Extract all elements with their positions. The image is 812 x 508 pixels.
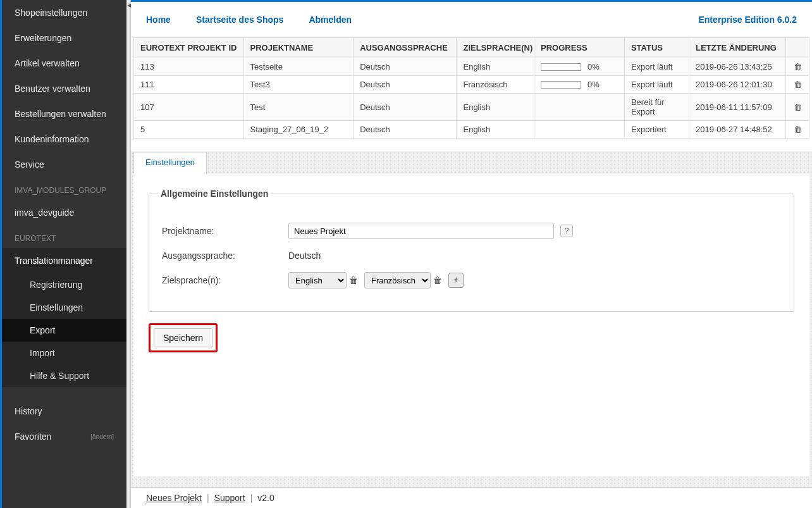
cell-progress: 0% <box>534 58 625 76</box>
th-name[interactable]: PROJEKTNAME <box>243 38 354 58</box>
select-zielsprache[interactable]: Französisch <box>364 272 431 288</box>
th-progress[interactable]: PROGRESS <box>534 38 625 58</box>
nav-kundeninformation[interactable]: Kundeninformation <box>2 127 126 152</box>
nav-tm-import[interactable]: Import <box>2 342 126 364</box>
table-row[interactable]: 113TestseiteDeutschEnglish0%Export läuft… <box>134 58 809 76</box>
edition-label: Enterprise Edition 6.0.2 <box>698 15 797 25</box>
table-row[interactable]: 107TestDeutschEnglishBereit für Export20… <box>134 94 809 121</box>
tab-einstellungen[interactable]: Einstellungen <box>133 152 207 173</box>
trash-icon[interactable]: 🗑 <box>794 62 802 71</box>
cell-status: Export läuft <box>624 58 689 76</box>
th-src[interactable]: AUSGANGSSPRACHE <box>354 38 457 58</box>
input-projektname[interactable] <box>288 223 554 239</box>
nav-bestellungen-verwalten[interactable]: Bestellungen verwalten <box>2 101 126 127</box>
cell-id: 113 <box>134 58 244 76</box>
cell-name: Test <box>243 94 354 121</box>
table-row[interactable]: 5Staging_27_06_19_2DeutschEnglishExporti… <box>134 121 809 139</box>
th-id[interactable]: EUROTEXT PROJEKT ID <box>134 38 244 58</box>
cell-status: Exportiert <box>624 121 689 139</box>
cell-changed: 2019-06-27 14:48:52 <box>689 121 786 139</box>
trash-icon[interactable]: 🗑 <box>794 102 802 112</box>
th-changed[interactable]: LETZTE ÄNDERUNG <box>689 38 786 58</box>
footer-support-link[interactable]: Support <box>214 493 245 503</box>
nav-shopeinstellungen[interactable]: Shopeinstellungen <box>2 0 126 25</box>
trash-icon[interactable]: 🗑 <box>794 80 802 89</box>
nav-favoriten[interactable]: Favoriten [ändern] <box>2 424 126 449</box>
nav-history[interactable]: History <box>2 399 126 424</box>
sidebar: Shopeinstellungen Erweiterungen Artikel … <box>0 0 126 508</box>
nav-translationmanager[interactable]: Translationmanager <box>2 248 126 273</box>
cell-status: Bereit für Export <box>624 94 689 121</box>
cell-status: Export läuft <box>624 76 689 94</box>
nav-tm-registrierung[interactable]: Registrierung <box>2 273 126 296</box>
cell-tgt: English <box>457 58 534 76</box>
projects-table: EUROTEXT PROJEKT ID PROJEKTNAME AUSGANGS… <box>133 37 809 139</box>
cell-name: Staging_27_06_19_2 <box>243 121 354 139</box>
cell-changed: 2019-06-26 12:01:30 <box>689 76 786 94</box>
add-language-button[interactable]: + <box>448 273 464 288</box>
link-abmelden[interactable]: Abmelden <box>309 15 352 25</box>
label-ausgangssprache: Ausgangssprache: <box>162 251 288 261</box>
nav-erweiterungen[interactable]: Erweiterungen <box>2 25 126 51</box>
cell-changed: 2019-06-11 11:57:09 <box>689 94 786 121</box>
link-startseite[interactable]: Startseite des Shops <box>196 15 284 25</box>
favoriten-edit[interactable]: [ändern] <box>90 433 114 440</box>
collapse-arrow-icon[interactable]: ◀ <box>126 3 131 9</box>
cell-progress <box>534 94 625 121</box>
topbar: Home Startseite des Shops Abmelden Enter… <box>131 2 812 37</box>
nav-benutzer-verwalten[interactable]: Benutzer verwalten <box>2 76 126 101</box>
cell-src: Deutsch <box>354 121 457 139</box>
trash-icon[interactable]: 🗑 <box>794 125 802 134</box>
nav-artikel-verwalten[interactable]: Artikel verwalten <box>2 51 126 76</box>
table-row[interactable]: 111Test3DeutschFranzösisch0%Export läuft… <box>134 76 809 94</box>
cell-src: Deutsch <box>354 58 457 76</box>
main-area: Home Startseite des Shops Abmelden Enter… <box>131 0 812 508</box>
label-zielsprachen: Zielsprache(n): <box>162 275 288 285</box>
select-zielsprache[interactable]: English <box>288 272 347 288</box>
cell-src: Deutsch <box>354 94 457 121</box>
progress-bar <box>541 63 581 71</box>
fieldset-general: Allgemeine Einstellungen Projektname: ? … <box>149 189 794 312</box>
splitter[interactable]: ◀ <box>126 0 131 508</box>
nav-service[interactable]: Service <box>2 152 126 177</box>
cell-tgt: Französisch <box>457 76 534 94</box>
progress-value: 0% <box>587 80 600 89</box>
legend-general: Allgemeine Einstellungen <box>158 189 271 199</box>
trash-icon[interactable]: 🗑 <box>349 275 358 285</box>
help-button[interactable]: ? <box>560 225 573 237</box>
nav-tm-hilfe[interactable]: Hilfe & Support <box>2 364 126 387</box>
cell-progress <box>534 121 625 139</box>
link-home[interactable]: Home <box>146 15 171 25</box>
cell-tgt: English <box>457 94 534 121</box>
value-ausgangssprache: Deutsch <box>288 251 321 261</box>
cell-tgt: English <box>457 121 534 139</box>
save-highlight: Speichern <box>149 323 218 352</box>
cell-delete[interactable]: 🗑 <box>786 58 809 76</box>
footer-version: v2.0 <box>257 493 274 503</box>
th-status[interactable]: STATUS <box>624 38 689 58</box>
save-button[interactable]: Speichern <box>154 328 212 347</box>
cell-id: 5 <box>134 121 244 139</box>
footer: Neues Projekt | Support | v2.0 <box>131 487 812 508</box>
cell-id: 107 <box>134 94 244 121</box>
progress-value: 0% <box>587 62 600 71</box>
th-actions <box>786 38 809 58</box>
nav-tm-export[interactable]: Export <box>2 319 126 342</box>
th-tgt[interactable]: ZIELSPRACHE(N) <box>457 38 534 58</box>
group-imva-label: IMVA_MODULES_GROUP <box>2 177 126 200</box>
footer-project-link[interactable]: Neues Projekt <box>146 493 202 503</box>
cell-name: Test3 <box>243 76 354 94</box>
cell-progress: 0% <box>534 76 625 94</box>
favoriten-label: Favoriten <box>15 431 51 442</box>
cell-id: 111 <box>134 76 244 94</box>
cell-delete[interactable]: 🗑 <box>786 76 809 94</box>
cell-delete[interactable]: 🗑 <box>786 94 809 121</box>
cell-delete[interactable]: 🗑 <box>786 121 809 139</box>
nav-tm-einstellungen[interactable]: Einstellungen <box>2 296 126 319</box>
trash-icon[interactable]: 🗑 <box>433 275 442 285</box>
progress-bar <box>541 81 581 89</box>
group-eurotext-label: EUROTEXT <box>2 225 126 248</box>
cell-changed: 2019-06-26 13:43:25 <box>689 58 786 76</box>
label-projektname: Projektname: <box>162 226 288 236</box>
nav-imva-devguide[interactable]: imva_devguide <box>2 200 126 225</box>
